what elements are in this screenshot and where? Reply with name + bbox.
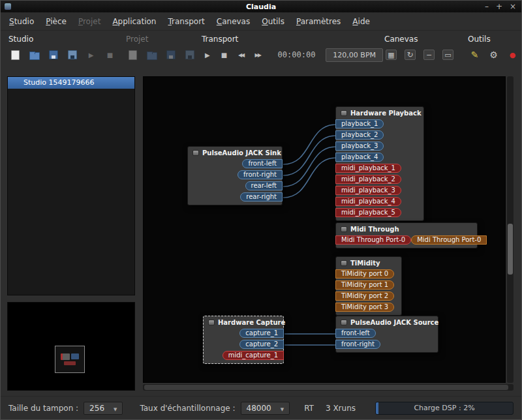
- load-project-button[interactable]: [144, 47, 160, 63]
- canvas-arrange-button[interactable]: ▦: [383, 47, 399, 63]
- node-pulseaudio-jack-sink[interactable]: PulseAudio JACK Sinkfront-leftfront-righ…: [187, 146, 283, 205]
- claudia-window: Claudia – + × StudioPièceProjetApplicati…: [0, 0, 522, 420]
- node-header: TiMidity: [336, 257, 401, 269]
- menu-item-parametres[interactable]: Paramètres: [290, 14, 346, 29]
- patchbay-canvas[interactable]: PulseAudio JACK Sinkfront-leftfront-righ…: [143, 76, 506, 383]
- chevron-down-icon: [281, 404, 284, 413]
- port-midi-playback-3[interactable]: midi_playback_3: [335, 186, 401, 195]
- port-playback-2[interactable]: playback_2: [335, 130, 384, 140]
- node-timidity[interactable]: TiMidityTiMidity port 0TiMidity port 1Ti…: [335, 256, 402, 316]
- save-project-as-icon: [184, 50, 195, 61]
- port-midi-through-port-0[interactable]: Midi Through Port-0: [411, 235, 487, 245]
- port-midi-playback-4[interactable]: midi_playback_4: [335, 197, 401, 206]
- minimize-button[interactable]: –: [485, 2, 489, 11]
- toolbar-group-canevas: Canevas▦↻−▭: [383, 34, 467, 70]
- menu-item-application[interactable]: Application: [106, 14, 162, 29]
- port-timidity-port-0[interactable]: TiMidity port 0: [335, 269, 394, 278]
- tool-configure-icon: ⚙: [488, 50, 499, 61]
- dsp-load-bar: Charge DSP : 2%: [375, 402, 514, 415]
- canvas-arrange-icon: ▦: [386, 50, 397, 60]
- port-midi-capture-1[interactable]: midi_capture_1: [223, 351, 284, 360]
- port-front-right[interactable]: front-right: [238, 170, 283, 179]
- port-midi-through-port-0[interactable]: Midi Through Port-0: [335, 235, 411, 245]
- hardware-plug-icon: [341, 260, 347, 266]
- new-studio-button[interactable]: [7, 47, 23, 63]
- save-project-as-button[interactable]: [181, 47, 198, 63]
- port-playback-4[interactable]: playback_4: [335, 153, 384, 162]
- node-hardware-playback[interactable]: Hardware Playbackplayback_1playback_2pla…: [335, 106, 424, 221]
- transport-stop-button[interactable]: ■: [217, 47, 232, 63]
- node-midi-through[interactable]: Midi ThroughMidi Through Port-0Midi Thro…: [335, 222, 478, 248]
- menu-item-outils[interactable]: Outils: [256, 14, 290, 29]
- node-title: Hardware Playback: [350, 110, 422, 117]
- transport-forwards-button[interactable]: ▶▶: [251, 47, 265, 63]
- toolbar-label-studio: Studio: [7, 34, 125, 47]
- transport-play-button[interactable]: ▶: [200, 47, 215, 63]
- hardware-plug-icon: [341, 110, 347, 116]
- node-title: Midi Through: [350, 226, 399, 233]
- save-project-button[interactable]: [162, 47, 179, 63]
- port-playback-1[interactable]: playback_1: [335, 119, 384, 128]
- sample-rate-select[interactable]: 48000: [241, 402, 290, 415]
- maximize-button[interactable]: +: [496, 2, 502, 11]
- node-header: PulseAudio JACK Sink: [188, 147, 282, 158]
- port-timidity-port-1[interactable]: TiMidity port 1: [335, 280, 394, 290]
- title-bar[interactable]: Claudia – + ×: [1, 1, 521, 12]
- load-studio-icon: [29, 50, 40, 61]
- port-playback-3[interactable]: playback_3: [335, 142, 384, 151]
- tool-paint-icon: ✎: [469, 50, 480, 61]
- start-studio-icon: [48, 50, 59, 61]
- new-project-icon: [127, 50, 138, 61]
- menu-item-studio[interactable]: Studio: [3, 14, 40, 29]
- close-button[interactable]: ×: [510, 2, 516, 11]
- buffer-size-select[interactable]: 256: [84, 402, 123, 415]
- studio-list[interactable]: Studio 1549179666: [7, 76, 135, 295]
- port-midi-playback-2[interactable]: midi_playback_2: [335, 175, 401, 184]
- node-pulseaudio-jack-source[interactable]: PulseAudio JACK Sourcefront-leftfront-ri…: [335, 316, 438, 353]
- transport-backwards-button[interactable]: ◀◀: [234, 47, 248, 63]
- port-front-left[interactable]: front-left: [335, 329, 376, 338]
- port-front-right[interactable]: front-right: [335, 340, 380, 349]
- tool-record-button[interactable]: ●: [504, 47, 521, 63]
- chevron-down-icon: [114, 404, 117, 413]
- port-capture-2[interactable]: capture_2: [239, 340, 284, 349]
- canvas-zoom-out-button[interactable]: −: [421, 47, 437, 63]
- port-front-left[interactable]: front-left: [242, 159, 283, 168]
- studio-list-item[interactable]: Studio 1549179666: [8, 77, 134, 89]
- canvas-refresh-button[interactable]: ↻: [402, 47, 418, 63]
- toolbar-group-studio: Studio▶■: [7, 34, 125, 70]
- port-rear-left[interactable]: rear-left: [245, 181, 283, 190]
- menu-item-canevas[interactable]: Canevas: [211, 14, 256, 29]
- canvas-zoom-reset-button[interactable]: ▭: [440, 47, 456, 63]
- tool-paint-button[interactable]: ✎: [467, 47, 483, 63]
- menu-item-aide[interactable]: Aide: [346, 14, 376, 29]
- vertical-scrollbar[interactable]: [507, 76, 514, 383]
- port-midi-playback-1[interactable]: midi_playback_1: [335, 164, 401, 173]
- new-project-button[interactable]: [125, 47, 141, 63]
- node-hardware-capture[interactable]: Hardware Capturecapture_1capture_2midi_c…: [203, 316, 284, 364]
- port-timidity-port-2[interactable]: TiMidity port 2: [335, 292, 394, 301]
- toolbar-label-projet: Projet: [125, 34, 200, 47]
- studio-play-icon: ▶: [85, 50, 97, 61]
- xruns-count[interactable]: 3 Xruns: [326, 404, 356, 413]
- studio-play-button[interactable]: ▶: [83, 47, 99, 63]
- stop-studio-button[interactable]: [64, 47, 80, 63]
- start-studio-button[interactable]: [45, 47, 61, 63]
- app-icon: [5, 3, 11, 10]
- port-rear-right[interactable]: rear-right: [240, 192, 283, 202]
- hardware-plug-icon: [341, 320, 347, 325]
- studio-stop-button[interactable]: ■: [102, 47, 118, 63]
- port-midi-playback-5[interactable]: midi_playback_5: [335, 208, 401, 217]
- menu-item-transport[interactable]: Transport: [162, 14, 210, 29]
- canvas-minimap[interactable]: [7, 302, 135, 391]
- vertical-scrollbar-thumb[interactable]: [508, 224, 513, 275]
- tool-configure-button[interactable]: ⚙: [485, 47, 502, 63]
- horizontal-scrollbar-thumb[interactable]: [144, 385, 508, 390]
- menu-item-piece[interactable]: Pièce: [40, 14, 72, 29]
- port-capture-1[interactable]: capture_1: [239, 329, 284, 338]
- load-studio-button[interactable]: [26, 47, 42, 63]
- minimap-viewport: [55, 346, 85, 373]
- node-header: Hardware Capture: [204, 316, 283, 328]
- port-timidity-port-3[interactable]: TiMidity port 3: [335, 303, 394, 312]
- horizontal-scrollbar[interactable]: [143, 384, 514, 391]
